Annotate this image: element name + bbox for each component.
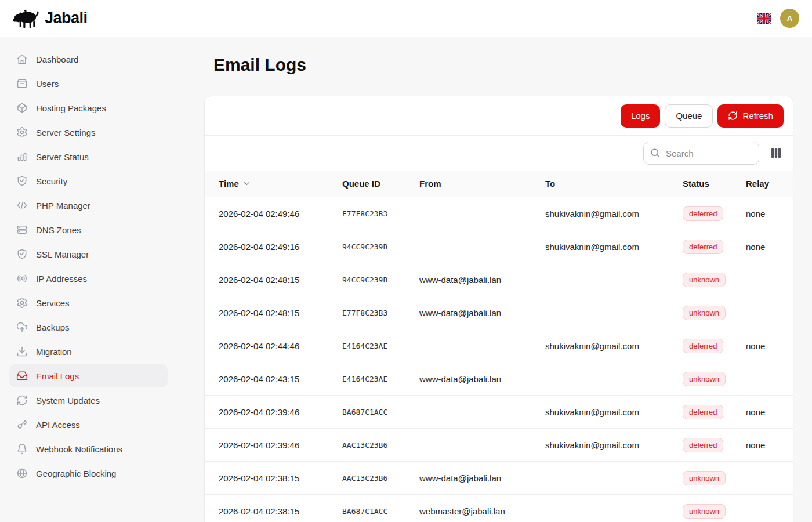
table-row[interactable]: 2026-02-04 02:38:15BA687C1ACCwebmaster@j… — [205, 495, 793, 522]
table-row[interactable]: 2026-02-04 02:48:1594CC9C239Bwww-data@ja… — [205, 263, 793, 296]
package-icon — [16, 102, 28, 114]
page-title: Email Logs — [213, 54, 793, 76]
cell-queue-id: AAC13C23B6 — [342, 441, 419, 449]
sidebar-item-php-manager[interactable]: PHP Manager — [9, 194, 168, 217]
sidebar-item-label: DNS Zones — [36, 225, 81, 235]
cell-from: webmaster@jabali.lan — [419, 506, 545, 516]
sidebar-item-webhook-notifications[interactable]: Webhook Notifications — [9, 437, 168, 461]
uk-flag-icon[interactable] — [757, 13, 771, 24]
sidebar-item-label: SSL Manager — [36, 249, 89, 259]
filter-row — [205, 136, 793, 171]
status-badge: unknown — [683, 372, 726, 386]
cell-queue-id: BA687C1ACC — [342, 507, 419, 516]
sidebar-item-label: API Access — [36, 420, 80, 430]
cell-time: 2026-02-04 02:48:15 — [219, 275, 342, 285]
table-row[interactable]: 2026-02-04 02:43:15E4164C23AEwww-data@ja… — [205, 362, 793, 396]
logs-tab-button[interactable]: Logs — [621, 104, 661, 128]
cell-queue-id: AAC13C23B6 — [342, 474, 419, 483]
cell-queue-id: E4164C23AE — [342, 375, 419, 383]
table-row[interactable]: 2026-02-04 02:49:46E77F8C23B3shukivaknin… — [205, 197, 793, 230]
main-content: Email Logs Logs Queue Refresh — [177, 37, 812, 522]
cell-queue-id: E4164C23AE — [342, 342, 419, 350]
status-badge: unknown — [683, 471, 726, 485]
cell-status: unknown — [683, 273, 746, 287]
cell-time: 2026-02-04 02:48:15 — [219, 308, 342, 318]
refresh-icon — [728, 111, 738, 121]
sidebar-item-label: Email Logs — [36, 371, 79, 381]
sidebar-item-ip-addresses[interactable]: IP Addresses — [9, 267, 168, 290]
cell-from: www-data@jabali.lan — [419, 473, 545, 483]
sidebar-item-ssl-manager[interactable]: SSL Manager — [9, 242, 168, 266]
status-badge: deferred — [683, 206, 723, 221]
code-icon — [16, 200, 28, 211]
col-from: From — [419, 179, 545, 188]
radio-icon — [16, 273, 28, 284]
sidebar-item-label: Hosting Packages — [36, 103, 106, 113]
brand-logo[interactable]: Jabali — [13, 9, 88, 28]
status-badge: unknown — [683, 504, 726, 519]
cell-queue-id: E77F8C23B3 — [342, 309, 419, 317]
table-row[interactable]: 2026-02-04 02:39:46BA687C1ACCshukivaknin… — [205, 396, 793, 429]
col-queue-id: Queue ID — [342, 179, 419, 188]
sidebar-item-hosting-packages[interactable]: Hosting Packages — [9, 96, 168, 119]
table-row[interactable]: 2026-02-04 02:38:15AAC13C23B6www-data@ja… — [205, 462, 793, 495]
cell-relay: none — [746, 440, 793, 450]
cell-time: 2026-02-04 02:49:46 — [219, 209, 342, 219]
cell-status: deferred — [683, 240, 746, 254]
queue-tab-button[interactable]: Queue — [665, 104, 713, 128]
cell-from: www-data@jabali.lan — [419, 275, 545, 285]
cog-icon — [16, 126, 28, 138]
col-to: To — [545, 179, 683, 188]
cell-time: 2026-02-04 02:49:16 — [219, 242, 342, 252]
sidebar-item-label: Webhook Notifications — [36, 444, 122, 454]
sidebar-item-geographic-blocking[interactable]: Geographic Blocking — [9, 462, 168, 485]
cell-relay: none — [746, 341, 793, 351]
table-row[interactable]: 2026-02-04 02:49:1694CC9C239Bshukivaknin… — [205, 230, 793, 263]
cell-status: unknown — [683, 372, 746, 386]
sidebar-item-users[interactable]: Users — [9, 72, 168, 95]
globe-icon — [16, 467, 28, 479]
column-visibility-button[interactable] — [768, 146, 784, 161]
search-input[interactable] — [643, 142, 759, 165]
bar-chart-icon — [16, 151, 28, 162]
sidebar-item-label: Backups — [36, 322, 70, 332]
chevron-down-icon — [242, 179, 251, 188]
sidebar-item-services[interactable]: Services — [9, 291, 168, 314]
sidebar-item-label: PHP Manager — [36, 201, 90, 211]
cell-relay: none — [746, 209, 793, 219]
sidebar-item-server-settings[interactable]: Server Settings — [9, 121, 168, 144]
table-row[interactable]: 2026-02-04 02:39:46AAC13C23B6shukivaknin… — [205, 429, 793, 462]
cell-queue-id: 94CC9C239B — [342, 276, 419, 284]
sidebar-item-server-status[interactable]: Server Status — [9, 145, 168, 168]
sidebar-item-backups[interactable]: Backups — [9, 316, 168, 339]
sidebar-item-label: IP Addresses — [36, 274, 87, 284]
col-time[interactable]: Time — [219, 179, 342, 188]
sidebar-item-system-updates[interactable]: System Updates — [9, 389, 168, 412]
user-avatar[interactable]: A — [780, 9, 799, 28]
sidebar-item-dashboard[interactable]: Dashboard — [9, 48, 168, 71]
email-logs-card: Logs Queue Refresh — [204, 96, 793, 522]
table-row[interactable]: 2026-02-04 02:48:15E77F8C23B3www-data@ja… — [205, 296, 793, 329]
brand-name: Jabali — [45, 9, 88, 27]
sidebar-item-label: Dashboard — [36, 55, 78, 64]
sidebar-item-migration[interactable]: Migration — [9, 340, 168, 363]
sidebar-item-label: Server Settings — [36, 128, 96, 137]
cell-status: deferred — [683, 339, 746, 353]
cell-status: deferred — [683, 405, 746, 419]
table-row[interactable]: 2026-02-04 02:44:46E4164C23AEshukivaknin… — [205, 329, 793, 362]
sidebar-item-api-access[interactable]: API Access — [9, 413, 168, 436]
archive-icon — [16, 78, 28, 89]
sidebar-item-email-logs[interactable]: Email Logs — [9, 364, 168, 387]
sidebar-item-security[interactable]: Security — [9, 169, 168, 193]
col-relay: Relay — [746, 179, 793, 188]
refresh-button[interactable]: Refresh — [717, 104, 784, 128]
key-icon — [16, 419, 28, 430]
status-badge: deferred — [683, 339, 723, 353]
table-header: Time Queue ID From To Status Relay — [205, 171, 793, 197]
bell-icon — [16, 443, 28, 455]
status-badge: deferred — [683, 405, 723, 419]
status-badge: deferred — [683, 240, 723, 254]
sidebar-item-dns-zones[interactable]: DNS Zones — [9, 218, 168, 241]
cell-to: shukivaknin@gmail.com — [545, 407, 683, 417]
download-icon — [16, 346, 28, 357]
